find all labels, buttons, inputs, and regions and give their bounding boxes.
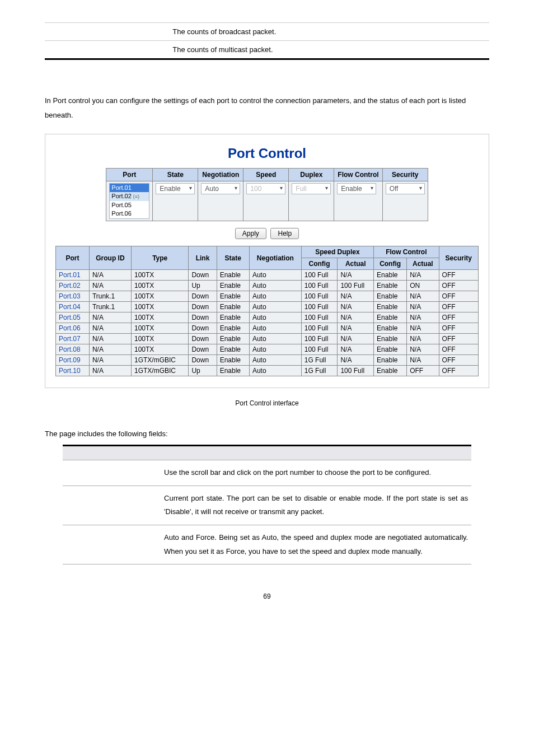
screenshot-caption: Port Control interface [45,399,489,407]
table-row: Port.05N/A100TXDownEnableAuto100 FullN/A… [56,312,479,323]
sd-config-cell: 100 Full [301,291,338,302]
type-cell: 100TX [131,302,188,312]
help-button[interactable]: Help [270,228,299,239]
port-link-cell[interactable]: Port.05 [56,312,90,323]
col-sd-config: Config [301,258,338,270]
state-select[interactable]: Enable [156,183,195,194]
sd-config-cell: 100 Full [301,344,338,355]
fc-config-cell: Enable [374,302,407,312]
table-row: Port.06N/A100TXDownEnableAuto100 FullN/A… [56,323,479,334]
group-cell: Trunk.1 [89,291,131,302]
link-cell: Down [189,334,217,344]
group-cell: Trunk.1 [89,302,131,312]
state-cell: Enable [217,366,249,376]
button-row: Apply Help [55,228,479,239]
intro-paragraph: In Port control you can configure the se… [45,94,489,123]
sd-config-cell: 100 Full [301,270,338,281]
row-desc: The counts of multicast packet. [169,41,489,59]
sd-actual-cell: N/A [338,312,374,323]
type-cell: 100TX [131,281,188,291]
sd-actual-cell: 100 Full [338,366,374,376]
neg-cell: Auto [249,323,301,334]
control-header: Negotiation [198,169,243,181]
col-sd-actual: Actual [338,258,374,270]
page-number: 69 [45,592,489,600]
field-desc: Current port state. The port can be set … [161,486,471,525]
flowcontrol-select[interactable]: Enable [337,183,376,194]
port-link-cell[interactable]: Port.10 [56,366,90,376]
list-item[interactable]: Port.02 (≡) [110,192,149,200]
field-label [63,486,161,525]
neg-cell: Auto [249,312,301,323]
fc-config-cell: Enable [374,323,407,334]
fields-header-blank [63,446,161,460]
fields-intro: The page includes the following fields: [45,430,489,438]
sec-cell: OFF [439,344,478,355]
state-cell: Enable [217,344,249,355]
port-list-cell: Port.01 Port.02 (≡) Port.05 Port.06 [106,181,153,221]
sd-actual-cell: N/A [338,302,374,312]
fc-config-cell: Enable [374,366,407,376]
link-cell: Down [189,312,217,323]
type-cell: 100TX [131,344,188,355]
group-cell: N/A [89,270,131,281]
type-cell: 100TX [131,323,188,334]
port-link-cell[interactable]: Port.02 [56,281,90,291]
fc-config-cell: Enable [374,312,407,323]
port-link-cell[interactable]: Port.09 [56,355,90,366]
flowcontrol-cell: Enable [334,181,382,221]
list-item[interactable]: Port.01 [110,184,149,192]
fc-config-cell: Enable [374,334,407,344]
port-link-cell[interactable]: Port.03 [56,291,90,302]
sd-actual-cell: N/A [338,291,374,302]
port-control-screenshot: Port Control PortStateNegotiationSpeedDu… [45,134,489,388]
port-link-cell[interactable]: Port.08 [56,344,90,355]
control-header: Security [382,169,428,181]
fc-config-cell: Enable [374,291,407,302]
neg-cell: Auto [249,366,301,376]
row-label [45,23,169,41]
duplex-select[interactable]: Full [292,183,331,194]
sec-cell: OFF [439,355,478,366]
control-header: Flow Control [334,169,382,181]
apply-button[interactable]: Apply [235,228,266,239]
port-link-cell[interactable]: Port.04 [56,302,90,312]
link-cell: Down [189,323,217,334]
fc-actual-cell: N/A [407,291,439,302]
security-select[interactable]: Off [386,183,425,194]
fc-config-cell: Enable [374,270,407,281]
sd-config-cell: 100 Full [301,312,338,323]
state-cell: Enable [217,323,249,334]
col-port: Port [56,246,90,270]
port-listbox[interactable]: Port.01 Port.02 (≡) Port.05 Port.06 [109,183,149,219]
sec-cell: OFF [439,323,478,334]
table-row: Auto and Force. Being set as Auto, the s… [63,525,471,564]
speed-cell: 100 [243,181,289,221]
speed-select[interactable]: 100 [246,183,285,194]
port-link-cell[interactable]: Port.01 [56,270,90,281]
fc-actual-cell: OFF [407,366,439,376]
port-link-cell[interactable]: Port.06 [56,323,90,334]
link-cell: Up [189,366,217,376]
sd-config-cell: 100 Full [301,281,338,291]
negotiation-select[interactable]: Auto [201,183,240,194]
state-cell: Enable [217,312,249,323]
state-cell: Enable [217,270,249,281]
sd-actual-cell: N/A [338,355,374,366]
table-row: Current port state. The port can be set … [63,486,471,525]
table-row: The counts of multicast packet. [45,41,489,59]
fc-actual-cell: N/A [407,302,439,312]
sd-actual-cell: 100 Full [338,281,374,291]
port-link-cell[interactable]: Port.07 [56,334,90,344]
table-row: Port.01N/A100TXDownEnableAuto100 FullN/A… [56,270,479,281]
list-item[interactable]: Port.05 [110,201,149,209]
link-cell: Down [189,291,217,302]
col-group: Group ID [89,246,131,270]
col-flow: Flow Control [374,246,439,258]
link-cell: Down [189,344,217,355]
list-item[interactable]: Port.06 [110,209,149,218]
table-row: Port.10N/A1GTX/mGBICUpEnableAuto1G Full1… [56,366,479,376]
group-cell: N/A [89,281,131,291]
status-table: Port Group ID Type Link State Negotiatio… [55,246,479,376]
type-cell: 1GTX/mGBIC [131,355,188,366]
